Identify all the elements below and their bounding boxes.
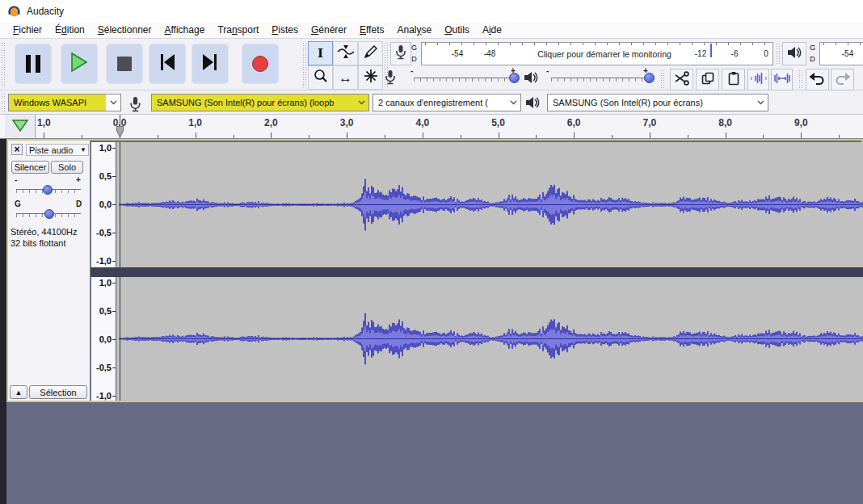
audio-host-dropdown[interactable]: Windows WASAPI [8, 94, 121, 111]
mute-button[interactable]: Silencer [11, 161, 49, 174]
loop-region-button[interactable] [5, 115, 36, 138]
draw-tool-button[interactable] [358, 41, 383, 65]
copy-button[interactable] [696, 69, 719, 90]
waveform-svg-1[interactable] [116, 142, 863, 267]
recording-channels-dropdown[interactable]: 2 canaux d'enregistrement ( [373, 94, 521, 111]
timeline-major-tick [574, 132, 575, 138]
selection-tool-button[interactable]: I [308, 41, 333, 65]
track-title-menu[interactable]: Piste audio ▼ [26, 144, 89, 156]
solo-button[interactable]: Solo [51, 161, 83, 174]
transport-toolbar-grip[interactable] [1, 42, 6, 87]
edit-toolbar-grip[interactable] [660, 69, 665, 90]
vertical-ruler-tick [112, 368, 116, 368]
menu-item-10[interactable]: Aide [476, 24, 508, 36]
skip-to-end-button[interactable] [192, 44, 229, 84]
undo-button[interactable] [806, 69, 829, 90]
menu-item-2[interactable]: Sélectionner [91, 24, 158, 36]
menu-item-5[interactable]: Pistes [265, 24, 305, 36]
close-icon: × [14, 145, 19, 154]
playback-volume-slider[interactable] [551, 78, 651, 82]
selection-status-button[interactable]: Sélection [29, 385, 87, 399]
timeline-label: 9,0 [785, 117, 817, 128]
recording-device-dropdown[interactable]: SAMSUNG (Son Intel(R) pour écrans) (loop… [151, 94, 369, 111]
track-format-line1: Stéréo, 44100Hz [11, 227, 78, 237]
mute-label: Silencer [15, 162, 47, 172]
menu-item-8[interactable]: Analyse [390, 24, 438, 36]
vertical-ruler-label: -1,0 [96, 391, 112, 401]
pan-left-label: G [15, 200, 21, 208]
track-close-button[interactable]: × [11, 144, 23, 155]
timeline-minor-tick [839, 135, 840, 138]
menu-bar: FichierÉditionSélectionnerAffichageTrans… [0, 22, 863, 39]
recording-meter-channel-labels: G D [411, 42, 417, 65]
playback-meter-speaker-button[interactable] [782, 42, 806, 65]
record-icon [252, 56, 268, 72]
playback-meter[interactable]: -54 [819, 42, 863, 65]
pause-button[interactable] [15, 44, 52, 84]
recording-meter-message: Cliquer pour démarrer le monitoring [506, 49, 703, 59]
recording-meter[interactable]: Cliquer pour démarrer le monitoring -54-… [421, 42, 773, 65]
envelope-tool-button[interactable] [333, 41, 358, 65]
device-toolbar-grip[interactable] [1, 93, 6, 112]
multi-tool-button[interactable] [358, 65, 383, 90]
playback-volume-thumb[interactable] [644, 73, 655, 83]
meter-scale-label: 0 [755, 49, 777, 58]
recording-meter-right-label: D [411, 53, 417, 65]
stop-button[interactable] [106, 44, 143, 84]
recording-volume-slider[interactable] [414, 78, 519, 82]
menu-item-0[interactable]: Fichier [6, 24, 48, 36]
menu-item-4[interactable]: Transport [211, 24, 265, 36]
paste-button[interactable] [722, 69, 745, 90]
playback-meter-channel-labels: G D [810, 42, 815, 65]
menu-item-6[interactable]: Générer [305, 24, 353, 36]
tracks-background[interactable] [6, 402, 863, 504]
channel-divider[interactable] [91, 267, 863, 277]
recording-channels-value: 2 canaux d'enregistrement ( [373, 94, 506, 111]
menu-item-7[interactable]: Effets [353, 24, 390, 36]
recording-volume-thumb[interactable] [509, 73, 520, 83]
chevron-down-icon [753, 100, 768, 105]
pencil-icon [364, 44, 378, 62]
silence-audio-button[interactable] [771, 69, 793, 90]
window-title: Audacity [27, 6, 64, 17]
menu-item-9[interactable]: Outils [438, 24, 476, 36]
vertical-ruler-1[interactable]: 1,00,50,0-0,5-1,0 [91, 142, 116, 267]
trim-audio-button[interactable] [747, 69, 769, 90]
playback-volume-min-label: - [546, 67, 549, 75]
menu-item-1[interactable]: Édition [48, 24, 91, 36]
timeshift-tool-button[interactable]: ↔ [333, 65, 358, 90]
vertical-ruler-tick [112, 311, 116, 312]
vertical-ruler-label: 0,5 [99, 306, 112, 316]
playback-device-value: SAMSUNG (Son Intel(R) pour écrans) [548, 94, 753, 111]
record-button[interactable] [242, 44, 279, 84]
cut-button[interactable] [670, 69, 693, 90]
skip-to-start-button[interactable] [149, 44, 186, 84]
audio-host-value: Windows WASAPI [9, 94, 106, 111]
pan-slider-thumb[interactable] [44, 209, 54, 219]
collapse-track-button[interactable]: ▲ [10, 385, 27, 399]
undo-toolbar-grip[interactable] [798, 69, 803, 90]
timeline-ruler[interactable]: 1,00,01,02,03,04,05,06,07,08,09,0 [0, 115, 863, 139]
gain-slider-thumb[interactable] [43, 185, 53, 195]
recording-volume-mic-icon [385, 69, 396, 88]
playback-meter-grip[interactable] [776, 43, 781, 65]
redo-button[interactable] [831, 69, 854, 90]
zoom-tool-button[interactable] [308, 65, 333, 90]
timeline-minor-tick [688, 135, 688, 138]
silence-audio-icon [772, 72, 792, 88]
menu-item-3[interactable]: Affichage [158, 24, 211, 36]
tools-toolbar-grip[interactable] [302, 42, 307, 87]
multi-tool-icon [364, 69, 378, 86]
timeline-major-tick [196, 132, 196, 138]
play-button[interactable] [61, 44, 98, 84]
timeline-minor-tick [612, 135, 613, 138]
redo-icon [834, 71, 851, 88]
playback-device-dropdown[interactable]: SAMSUNG (Son Intel(R) pour écrans) [547, 94, 768, 111]
vertical-ruler-label: 0,0 [99, 200, 112, 209]
waveform-svg-2[interactable] [116, 277, 863, 401]
timeline-major-tick [726, 132, 726, 138]
recording-meter-mic-button[interactable] [390, 42, 411, 65]
vertical-ruler-2[interactable]: 1,00,50,0-0,5-1,0 [91, 277, 116, 401]
envelope-icon [337, 44, 355, 62]
timeline-label: 8,0 [709, 117, 742, 128]
